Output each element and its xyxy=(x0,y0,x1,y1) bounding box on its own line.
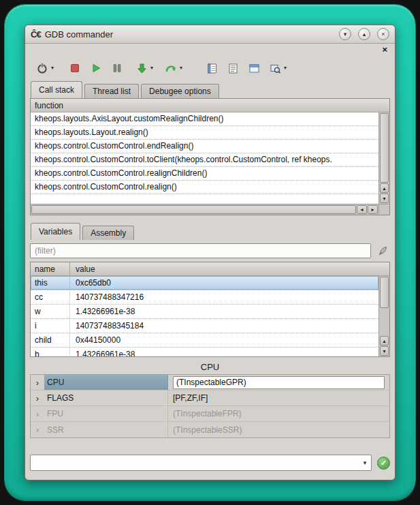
notebook-icon xyxy=(206,63,218,74)
register-group-value[interactable]: (TInspectableFPR) xyxy=(173,409,385,418)
callstack-row[interactable]: kheops.control.CustomControl.toClient(kh… xyxy=(31,153,378,167)
column-value: value xyxy=(70,264,95,274)
scroll-up-icon: ▴ xyxy=(383,185,385,192)
commands-button[interactable] xyxy=(203,59,221,77)
variables-vertical-scrollbar[interactable]: ▴ ▾ xyxy=(378,276,389,356)
variable-row[interactable]: this 0xc65db0 xyxy=(31,276,378,290)
scroll-down-icon: ▾ xyxy=(383,196,385,202)
column-function: function xyxy=(31,101,63,110)
gdb-commander-window: Ĉ€ GDB commander ▾ ▴ × × ▾ xyxy=(25,25,395,480)
register-group-value[interactable]: [PF,ZF,IF] xyxy=(173,393,385,403)
variable-row[interactable]: cc 140737488347216 xyxy=(31,290,378,305)
variable-value: 1.43266961e-38 xyxy=(70,348,378,356)
combo-dropdown-icon[interactable]: ▾ xyxy=(359,459,371,466)
tab[interactable]: Debugee options xyxy=(141,84,219,98)
filter-input[interactable] xyxy=(30,243,371,258)
scroll-down-button[interactable]: ▾ xyxy=(380,346,389,356)
variable-row[interactable]: w 1.43266961e-38 xyxy=(31,305,378,319)
close-button[interactable]: × xyxy=(377,28,389,40)
variable-row[interactable]: child 0x44150000 xyxy=(31,333,378,348)
callstack-panel: function kheops.layouts.AxisLayout.custo… xyxy=(30,98,390,215)
expander-icon[interactable]: › xyxy=(31,422,44,438)
register-group-name[interactable]: FLAGS xyxy=(44,391,168,405)
column-name: name xyxy=(31,262,70,275)
titlebar[interactable]: Ĉ€ GDB commander ▾ ▴ × xyxy=(25,25,395,44)
variable-value: 140737488345184 xyxy=(70,319,378,333)
scroll-right-button[interactable]: ▸ xyxy=(368,205,378,214)
tab[interactable]: Thread list xyxy=(84,84,139,98)
power-dropdown-icon[interactable]: ▾ xyxy=(51,65,59,71)
scroll-up-button[interactable]: ▴ xyxy=(380,336,389,346)
debug-toolbar: ▾ xyxy=(25,55,395,81)
variable-row[interactable]: b 1.43266961e-38 xyxy=(31,348,378,356)
tab[interactable]: Call stack xyxy=(31,81,82,98)
expander-icon[interactable]: › xyxy=(31,375,44,390)
expander-icon[interactable]: › xyxy=(31,391,44,405)
cpu-row[interactable]: › SSR (TInspectableSSR) xyxy=(31,422,389,438)
confirm-button[interactable]: ✓ xyxy=(377,457,390,470)
pause-button[interactable] xyxy=(108,59,126,77)
variable-row[interactable]: i 140737488345184 xyxy=(31,319,378,333)
variables-panel: name value this 0xc65db0 cc 140737488347… xyxy=(30,262,390,357)
step-over-button[interactable] xyxy=(162,59,180,77)
app-icon: Ĉ€ xyxy=(31,29,41,40)
cpu-row[interactable]: › CPU (TInspectableGPR) xyxy=(31,375,389,391)
callstack-header: function xyxy=(31,99,389,112)
cpu-row[interactable]: › FLAGS [PF,ZF,IF] xyxy=(31,391,389,406)
continue-button[interactable] xyxy=(87,59,105,77)
pen-button[interactable] xyxy=(375,243,390,258)
inspector-tabbar: Variables Assembly xyxy=(25,223,395,240)
maximize-button[interactable]: ▴ xyxy=(358,28,370,40)
scroll-up-button[interactable]: ▴ xyxy=(380,183,389,193)
command-combobox[interactable]: ▾ xyxy=(30,455,372,471)
scroll-left-button[interactable]: ◂ xyxy=(357,205,367,214)
watch-dropdown-icon[interactable]: ▾ xyxy=(284,65,292,71)
cpu-row[interactable]: › FPU (TInspectableFPR) xyxy=(31,406,389,422)
callstack-row[interactable]: kheops.layouts.Layout.realign() xyxy=(31,126,378,140)
output-list-button[interactable] xyxy=(224,59,242,77)
register-group-name[interactable]: FPU xyxy=(44,406,168,421)
register-group-value[interactable]: (TInspectableGPR) xyxy=(173,376,385,389)
decorative-teal-frame: Ĉ€ GDB commander ▾ ▴ × × ▾ xyxy=(5,5,415,500)
cpu-groupbox: CPU › CPU (TInspectableGPR) › FLAGS [PF,… xyxy=(30,361,390,438)
register-group-name[interactable]: CPU xyxy=(44,375,168,390)
register-group-name[interactable]: SSR xyxy=(44,422,168,438)
close-icon: × xyxy=(381,31,385,37)
step-dropdown-icon[interactable]: ▾ xyxy=(150,65,159,71)
callstack-row[interactable]: kheops.control.CustomControl.realignChil… xyxy=(31,167,378,181)
variable-value: 1.43266961e-38 xyxy=(70,305,378,318)
callstack-horizontal-scrollbar[interactable]: ◂ ▸ xyxy=(31,204,378,215)
variable-name: cc xyxy=(31,290,70,304)
callstack-vertical-scrollbar[interactable]: ▴ ▾ xyxy=(378,112,389,204)
dock-header: × xyxy=(25,44,395,55)
scroll-down-button[interactable]: ▾ xyxy=(380,194,389,203)
step-down-arrow-icon xyxy=(136,63,148,74)
scroll-up-icon: ▴ xyxy=(383,338,385,344)
scroll-right-icon: ▸ xyxy=(371,206,374,213)
gdb-power-button[interactable] xyxy=(33,59,51,77)
maximize-icon: ▴ xyxy=(363,31,366,37)
step-button[interactable] xyxy=(133,59,150,77)
minimize-button[interactable]: ▾ xyxy=(339,28,351,40)
window-title: GDB commander xyxy=(45,29,113,40)
scrollbar-thumb[interactable] xyxy=(380,113,389,183)
callstack-row[interactable]: kheops.control.CustomControl.realign() xyxy=(31,181,378,194)
expander-icon[interactable]: › xyxy=(31,406,44,421)
scrollbar-thumb[interactable] xyxy=(31,205,356,214)
stop-button[interactable] xyxy=(66,59,84,77)
console-button[interactable] xyxy=(245,59,263,77)
tab[interactable]: Assembly xyxy=(82,226,134,240)
cpu-register-grid: › CPU (TInspectableGPR) › FLAGS [PF,ZF,I… xyxy=(30,374,390,438)
scrollbar-thumb[interactable] xyxy=(380,277,389,308)
callstack-row[interactable]: kheops.layouts.AxisLayout.customRealignC… xyxy=(31,112,378,126)
scrollbar-track[interactable] xyxy=(379,309,389,336)
step-over-dropdown-icon[interactable]: ▾ xyxy=(180,65,188,71)
play-icon xyxy=(91,63,101,74)
watch-button[interactable] xyxy=(266,59,284,77)
scroll-down-icon: ▾ xyxy=(383,348,385,354)
tab[interactable]: Variables xyxy=(31,223,80,240)
register-group-value[interactable]: (TInspectableSSR) xyxy=(173,425,385,435)
panel-close-button[interactable]: × xyxy=(382,45,387,54)
callstack-row[interactable]: kheops.control.CustomControl.endRealign(… xyxy=(31,140,378,153)
splitter[interactable] xyxy=(25,215,395,223)
